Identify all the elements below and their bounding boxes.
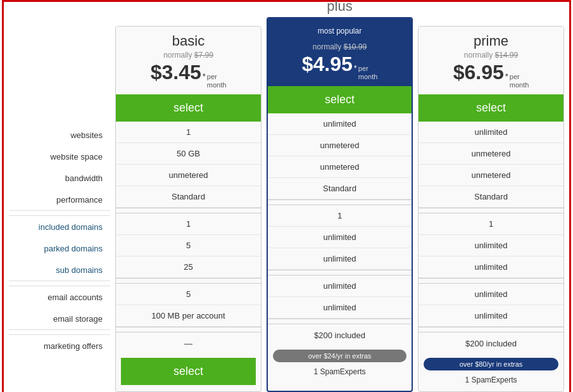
plus-spam-experts: 1 SpamExperts	[273, 365, 406, 378]
prime-normal-price: normally $14.99	[424, 51, 558, 60]
basic-included-domains: 1	[116, 213, 261, 235]
plus-website-space: unmetered	[268, 135, 412, 156]
plus-price: $4.95	[302, 53, 353, 76]
prime-parked-domains: unlimited	[419, 235, 564, 256]
plus-email-storage: unlimited	[268, 297, 412, 319]
basic-footer: select	[116, 354, 261, 390]
basic-website-space: 50 GB	[116, 143, 261, 165]
label-email-accounts: email accounts	[9, 286, 110, 308]
plus-plan-card: most popular normally $10.99 $4.95* perm…	[267, 17, 413, 392]
basic-plan-name: basic	[121, 33, 256, 49]
basic-per: permonth	[207, 73, 227, 89]
label-parked-domains: parked domains	[9, 237, 110, 259]
basic-marketing-offers: —	[116, 332, 261, 354]
plus-normal-price: normally $10.99	[273, 42, 406, 51]
plus-sub-domains: unlimited	[268, 248, 412, 270]
prime-sub-domains: unlimited	[419, 256, 564, 278]
plus-footer: over $24/yr in extras 1 SpamExperts	[268, 346, 412, 383]
label-performance: performance	[9, 189, 110, 210]
prime-select-button[interactable]: select	[419, 94, 564, 122]
plus-websites: unlimited	[268, 113, 412, 135]
basic-email-accounts: 5	[116, 284, 261, 305]
pricing-page: websites website space bandwidth perform…	[2, 0, 571, 392]
plus-top-name: plus	[267, 0, 413, 17]
basic-bandwidth: unmetered	[116, 165, 261, 186]
basic-select-button-bottom[interactable]: select	[121, 358, 256, 385]
prime-per: permonth	[510, 73, 529, 89]
basic-price-row: $3.45* permonth	[121, 61, 256, 89]
prime-plan-wrapper: prime normally $14.99 $6.95* permonth se…	[418, 8, 564, 392]
prime-plan-card: prime normally $14.99 $6.95* permonth se…	[418, 26, 564, 392]
basic-normal-price: normally $7.99	[121, 51, 256, 60]
basic-email-storage: 100 MB per account	[116, 305, 261, 327]
prime-footer: over $80/yr in extras 1 SpamExperts	[419, 354, 564, 391]
prime-included-domains: 1	[419, 213, 564, 235]
prime-top-spacer	[418, 8, 564, 26]
prime-performance: Standard	[419, 186, 564, 208]
plus-marketing-offers: $200 included	[268, 324, 412, 346]
prime-marketing-offers: $200 included	[419, 332, 564, 354]
plus-included-domains: 1	[268, 205, 412, 227]
basic-parked-domains: 5	[116, 235, 261, 256]
plus-asterisk: *	[354, 63, 357, 73]
basic-plan-wrapper: basic normally $7.99 $3.45* permonth sel…	[115, 8, 261, 392]
label-marketing-offers: marketing offers	[9, 335, 110, 357]
basic-performance: Standard	[116, 186, 261, 208]
prime-email-accounts: unlimited	[419, 284, 564, 305]
plus-email-accounts: unlimited	[268, 275, 412, 297]
prime-plan-header: prime normally $14.99 $6.95* permonth	[419, 27, 564, 94]
label-included-domains: included domains	[9, 216, 110, 237]
prime-website-space: unmetered	[419, 143, 564, 165]
label-bandwidth: bandwidth	[9, 167, 110, 189]
plans-container: basic normally $7.99 $3.45* permonth sel…	[115, 8, 564, 392]
plus-extras-badge: over $24/yr in extras	[273, 350, 406, 362]
plus-features: unlimited unmetered unmetered Standard 1…	[268, 113, 412, 346]
basic-plan-card: basic normally $7.99 $3.45* permonth sel…	[115, 26, 261, 392]
plus-parked-domains: unlimited	[268, 227, 412, 248]
plus-badge: most popular	[312, 25, 368, 37]
plus-price-row: $4.95* permonth	[273, 53, 406, 81]
basic-asterisk: *	[203, 72, 206, 81]
label-website-space: website space	[9, 146, 110, 167]
prime-features: unlimited unmetered unmetered Standard 1…	[419, 122, 564, 354]
plus-per: permonth	[358, 65, 378, 81]
prime-email-storage: unlimited	[419, 305, 564, 327]
basic-features: 1 50 GB unmetered Standard 1 5 25 5 100 …	[116, 122, 261, 354]
prime-extras-badge: over $80/yr in extras	[424, 358, 558, 370]
basic-top-spacer	[115, 8, 261, 26]
plus-plan-header: most popular normally $10.99 $4.95* perm…	[268, 18, 412, 86]
prime-websites: unlimited	[419, 122, 564, 143]
prime-plan-name: prime	[424, 33, 558, 49]
feature-labels: websites website space bandwidth perform…	[9, 8, 110, 392]
basic-sub-domains: 25	[116, 256, 261, 278]
plus-select-button[interactable]: select	[268, 86, 412, 113]
basic-price: $3.45	[151, 61, 201, 84]
plus-performance: Standard	[268, 178, 412, 199]
prime-price: $6.95	[453, 61, 504, 84]
label-websites: websites	[9, 124, 110, 146]
plus-plan-wrapper: plus most popular normally $10.99 $4.95*…	[267, 0, 413, 392]
plus-bandwidth: unmetered	[268, 156, 412, 178]
prime-asterisk: *	[505, 72, 508, 81]
label-sub-domains: sub domains	[9, 259, 110, 281]
basic-select-button[interactable]: select	[116, 94, 261, 122]
prime-bandwidth: unmetered	[419, 165, 564, 186]
prime-spam-experts: 1 SpamExperts	[424, 374, 558, 386]
prime-price-row: $6.95* permonth	[424, 61, 558, 89]
basic-plan-header: basic normally $7.99 $3.45* permonth	[116, 27, 261, 94]
label-email-storage: email storage	[9, 308, 110, 329]
basic-websites: 1	[116, 122, 261, 143]
